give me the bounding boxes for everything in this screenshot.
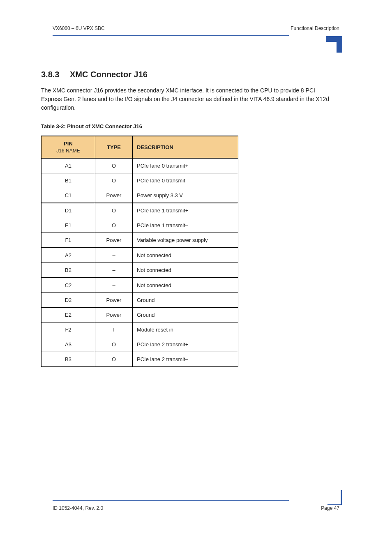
col-header-pin-sub: J16 NAME: [46, 148, 91, 154]
cell-type: I: [95, 322, 133, 337]
cell-description: Ground: [133, 308, 238, 322]
cell-description: Not connected: [133, 263, 238, 278]
cell-pin: C1: [42, 188, 95, 203]
col-header-description: DESCRIPTION: [133, 136, 238, 158]
header-rule: [53, 35, 289, 36]
col-header-pin-label: PIN: [64, 140, 73, 147]
cell-type: –: [95, 263, 133, 278]
running-header-right: Functional Description: [291, 25, 339, 31]
cell-description: PCIe lane 1 transmit–: [133, 218, 238, 233]
table-caption: Table 3-2: Pinout of XMC Connector J16: [41, 123, 142, 129]
table-row: D2PowerGround: [42, 293, 238, 308]
table-row: B3OPCIe lane 2 transmit–: [42, 352, 238, 367]
cell-type: O: [95, 203, 133, 218]
footer-crop-mark-icon: [327, 490, 342, 505]
corner-crop-mark-icon: [326, 36, 342, 53]
cell-pin: B1: [42, 173, 95, 188]
table-row: E1OPCIe lane 1 transmit–: [42, 218, 238, 233]
table-row: A1OPCIe lane 0 transmit+: [42, 158, 238, 173]
cell-type: Power: [95, 188, 133, 203]
footer-left-text: ID 1052-4044, Rev. 2.0: [53, 505, 103, 511]
cell-type: O: [95, 158, 133, 173]
cell-type: –: [95, 278, 133, 293]
cell-pin: C2: [42, 278, 95, 293]
page: VX6060 – 6U VPX SBC Functional Descripti…: [0, 0, 392, 555]
table-row: F1PowerVariable voltage power supply: [42, 233, 238, 248]
table-header-row: PIN J16 NAME TYPE DESCRIPTION: [42, 136, 238, 158]
table-row: E2PowerGround: [42, 308, 238, 322]
section-title: XMC Connector J16: [70, 70, 148, 79]
cell-description: Module reset in: [133, 322, 238, 337]
cell-type: Power: [95, 233, 133, 248]
cell-pin: E1: [42, 218, 95, 233]
cell-description: Power supply 3.3 V: [133, 188, 238, 203]
cell-type: Power: [95, 308, 133, 322]
cell-type: Power: [95, 293, 133, 308]
cell-pin: A3: [42, 337, 95, 352]
cell-description: Not connected: [133, 278, 238, 293]
table-row: F2IModule reset in: [42, 322, 238, 337]
col-header-type-label: TYPE: [107, 144, 121, 150]
col-header-description-label: DESCRIPTION: [137, 144, 173, 150]
cell-type: –: [95, 248, 133, 263]
cell-pin: A2: [42, 248, 95, 263]
col-header-type: TYPE: [95, 136, 133, 158]
cell-pin: D1: [42, 203, 95, 218]
cell-description: PCIe lane 2 transmit+: [133, 337, 238, 352]
cell-description: PCIe lane 0 transmit–: [133, 173, 238, 188]
table-row: C1PowerPower supply 3.3 V: [42, 188, 238, 203]
cell-type: O: [95, 337, 133, 352]
cell-pin: F1: [42, 233, 95, 248]
cell-pin: A1: [42, 158, 95, 173]
section-number: 3.8.3: [41, 70, 59, 79]
cell-pin: E2: [42, 308, 95, 322]
cell-type: O: [95, 173, 133, 188]
table-row: D1OPCIe lane 1 transmit+: [42, 203, 238, 218]
cell-pin: B2: [42, 263, 95, 278]
section-paragraph: The XMC connector J16 provides the secon…: [41, 86, 337, 112]
table-row: B1OPCIe lane 0 transmit–: [42, 173, 238, 188]
table-row: C2–Not connected: [42, 278, 238, 293]
cell-type: O: [95, 352, 133, 367]
cell-type: O: [95, 218, 133, 233]
pinout-table: PIN J16 NAME TYPE DESCRIPTION A1OPCIe la…: [41, 136, 238, 367]
cell-description: PCIe lane 0 transmit+: [133, 158, 238, 173]
footer-rule: [53, 500, 289, 501]
running-header-left: VX6060 – 6U VPX SBC: [53, 25, 105, 31]
cell-description: PCIe lane 2 transmit–: [133, 352, 238, 367]
cell-pin: D2: [42, 293, 95, 308]
table-row: A2–Not connected: [42, 248, 238, 263]
footer-right-text: Page 47: [321, 505, 339, 511]
cell-description: Ground: [133, 293, 238, 308]
table-row: B2–Not connected: [42, 263, 238, 278]
cell-description: Not connected: [133, 248, 238, 263]
cell-description: PCIe lane 1 transmit+: [133, 203, 238, 218]
cell-description: Variable voltage power supply: [133, 233, 238, 248]
table-row: A3OPCIe lane 2 transmit+: [42, 337, 238, 352]
cell-pin: B3: [42, 352, 95, 367]
cell-pin: F2: [42, 322, 95, 337]
col-header-pin: PIN J16 NAME: [42, 136, 95, 158]
